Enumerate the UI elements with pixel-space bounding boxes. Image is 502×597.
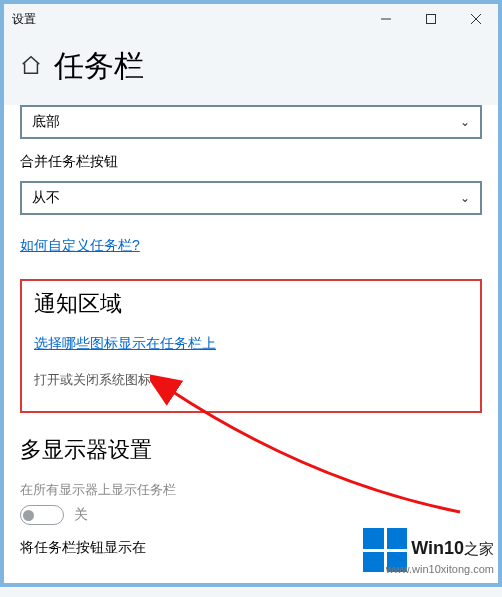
system-icons-text[interactable]: 打开或关闭系统图标 [34,371,468,389]
combine-buttons-value: 从不 [32,189,60,207]
close-button[interactable] [453,4,498,34]
taskbar-position-dropdown[interactable]: 底部 ⌄ [20,105,482,139]
title-bar: 设置 [4,4,498,34]
chevron-down-icon: ⌄ [460,191,470,205]
show-on-all-toggle[interactable] [20,505,64,525]
combine-buttons-label: 合并任务栏按钮 [20,153,482,171]
notification-area-heading: 通知区域 [34,289,468,319]
svg-rect-1 [426,15,435,24]
watermark-brand: Win10之家 [411,538,494,559]
taskbar-position-value: 底部 [32,113,60,131]
maximize-icon [426,14,436,24]
home-icon[interactable] [20,54,42,79]
select-icons-link[interactable]: 选择哪些图标显示在任务栏上 [34,335,216,351]
window-title: 设置 [12,11,36,28]
show-on-all-label: 在所有显示器上显示任务栏 [20,481,482,499]
page-header: 任务栏 [4,34,498,105]
watermark-url: www.win10xitong.com [386,563,494,575]
maximize-button[interactable] [408,4,453,34]
page-title: 任务栏 [54,46,144,87]
multi-monitor-heading: 多显示器设置 [20,435,482,465]
minimize-icon [381,14,391,24]
notification-area-section: 通知区域 选择哪些图标显示在任务栏上 打开或关闭系统图标 [20,279,482,413]
content-area: 底部 ⌄ 合并任务栏按钮 从不 ⌄ 如何自定义任务栏? 通知区域 选择哪些图标显… [4,105,498,583]
settings-window: 设置 任务栏 底部 ⌄ 合并任务栏按钮 从不 ⌄ 如何自定义任务栏? [0,0,502,587]
customize-taskbar-link[interactable]: 如何自定义任务栏? [20,237,140,253]
toggle-state-text: 关 [74,506,88,524]
chevron-down-icon: ⌄ [460,115,470,129]
close-icon [471,14,481,24]
combine-buttons-dropdown[interactable]: 从不 ⌄ [20,181,482,215]
minimize-button[interactable] [363,4,408,34]
